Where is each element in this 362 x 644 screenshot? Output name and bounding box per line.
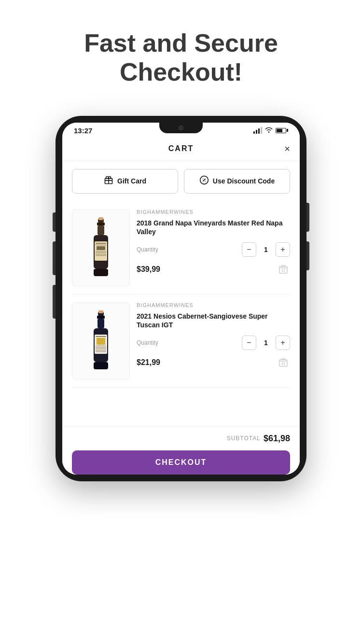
item-1-brand: BIGHAMMERWINES [137,209,290,215]
product-image-1 [72,209,130,286]
volume-down-button [53,285,56,319]
item-1-increase-button[interactable]: + [276,242,290,257]
cart-header: CART × [62,137,300,161]
discount-icon [199,175,209,187]
discount-code-button[interactable]: Use Discount Code [184,169,290,194]
item-1-price-row: $39,99 [137,263,290,276]
svg-rect-16 [98,217,103,220]
item-1-quantity-value: 1 [261,246,271,253]
checkout-button[interactable]: CHECKOUT [72,450,290,475]
item-1-name: 2018 Grand Napa Vineyards Master Red Nap… [137,219,290,237]
item-2-quantity-label: Quantity [137,339,237,346]
item-2-decrease-button[interactable]: − [242,336,256,350]
gift-icon [104,175,113,187]
svg-rect-12 [96,252,106,253]
trash-icon-1 [279,265,288,274]
item-2-price-row: $21,99 [137,356,290,369]
svg-rect-5 [97,225,104,235]
subtotal-label: SUBTOTAL [227,435,261,442]
svg-rect-13 [96,254,106,254]
notch [159,123,203,133]
subtotal-bar: SUBTOTAL $61,98 [62,426,300,450]
item-1-decrease-button[interactable]: − [242,242,256,257]
svg-rect-34 [96,346,106,346]
time-display: 13:27 [74,126,92,135]
svg-rect-4 [97,223,105,225]
volume-up-button [53,241,56,275]
discount-code-label: Use Discount Code [213,177,275,185]
item-1-delete-button[interactable] [277,263,290,276]
svg-rect-8 [96,243,106,244]
product-image-2 [72,302,130,379]
subtotal-amount: $61,98 [264,434,290,444]
power-button [306,203,309,232]
volume-mute-button [53,212,56,232]
svg-rect-38 [96,351,106,352]
svg-rect-37 [96,350,106,350]
svg-rect-41 [279,360,287,366]
battery-icon [276,128,288,133]
page-title: Fast and Secure Checkout! [45,29,317,87]
svg-rect-23 [96,336,106,337]
trash-icon-2 [279,358,288,367]
scroll-space [62,388,300,426]
item-1-price: $39,99 [137,265,160,274]
svg-rect-20 [97,319,104,328]
item-2-quantity-row: Quantity − 1 + [137,336,290,350]
svg-rect-40 [98,310,103,313]
gift-card-label: Gift Card [117,177,146,185]
cart-title: CART [168,144,194,153]
wine-bottle-svg-2 [89,309,113,372]
power-button-2 [306,241,309,270]
svg-rect-10 [97,246,105,250]
cart-items-list: BIGHAMMERWINES 2018 Grand Napa Vineyards… [62,201,300,388]
gift-card-button[interactable]: Gift Card [72,169,178,194]
svg-rect-17 [279,266,287,273]
table-row: BIGHAMMERWINES 2018 Grand Napa Vineyards… [72,201,290,294]
item-2-delete-button[interactable] [277,356,290,369]
item-2-quantity-value: 1 [261,339,271,347]
phone-mockup: 13:27 [56,116,306,481]
svg-line-2 [203,179,205,181]
item-2-name: 2021 Nesios Cabernet-Sangiovese Super Tu… [137,312,290,330]
item-2-price: $21,99 [137,358,160,367]
wifi-icon [265,126,273,134]
front-camera [179,126,183,130]
item-1-quantity-row: Quantity − 1 + [137,242,290,257]
table-row: BIGHAMMERWINES 2021 Nesios Cabernet-Sang… [72,294,290,388]
item-1-details: BIGHAMMERWINES 2018 Grand Napa Vineyards… [137,209,290,286]
close-button[interactable]: × [284,144,290,154]
svg-rect-19 [97,316,105,319]
svg-rect-9 [96,245,106,245]
item-1-quantity-label: Quantity [137,246,237,253]
svg-rect-36 [96,349,106,349]
action-buttons-row: Gift Card Use Discount Code [62,161,300,201]
svg-rect-35 [96,347,106,348]
svg-rect-14 [96,255,106,256]
checkout-row: CHECKOUT [62,450,300,475]
svg-rect-15 [94,269,108,276]
wine-bottle-svg-1 [89,216,113,279]
item-2-increase-button[interactable]: + [276,336,290,350]
signal-icon [253,127,262,134]
status-icons [253,126,288,134]
item-2-details: BIGHAMMERWINES 2021 Nesios Cabernet-Sang… [137,302,290,379]
svg-rect-11 [96,251,106,252]
item-2-brand: BIGHAMMERWINES [137,302,290,308]
svg-rect-39 [94,362,108,369]
phone-screen: 13:27 [62,123,300,475]
